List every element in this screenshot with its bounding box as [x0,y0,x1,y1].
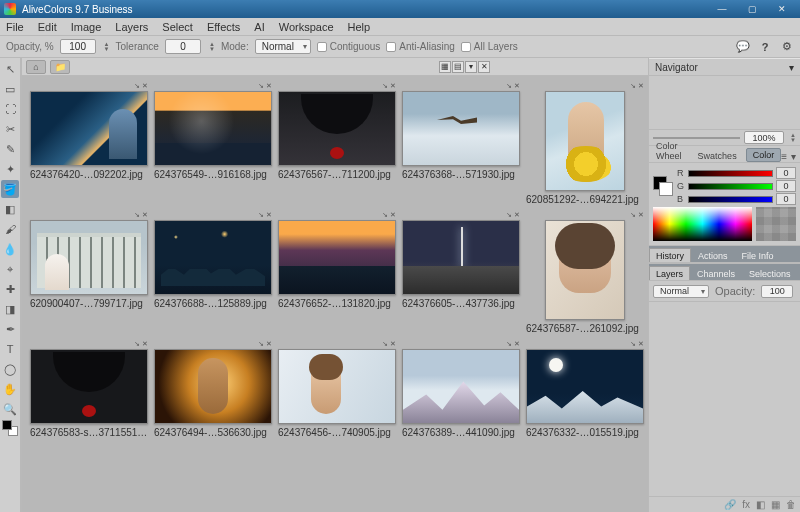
pin-icon[interactable]: ↘ [134,211,140,220]
pin-icon[interactable]: ↘ [258,340,264,349]
fx-icon[interactable]: fx [742,499,750,510]
tool-bucket[interactable]: 🪣 [1,180,19,198]
thumbnail-cell[interactable]: ↘✕624376389-…441090.jpg [402,340,520,438]
opacity-field[interactable]: 100 [60,39,96,54]
window-minimize-button[interactable]: — [708,2,736,16]
close-icon[interactable]: ✕ [142,82,148,91]
home-tab[interactable]: ⌂ [26,60,46,74]
tool-heal[interactable]: ✚ [1,280,19,298]
pin-icon[interactable]: ↘ [506,340,512,349]
thumbnail-cell[interactable]: ↘✕624376332-…015519.jpg [526,340,644,438]
close-icon[interactable]: ✕ [514,211,520,220]
red-value[interactable]: 0 [776,167,796,179]
thumbnail-image[interactable] [154,349,272,424]
tool-brush[interactable]: 🖌 [1,220,19,238]
thumbnail-cell[interactable]: ↘✕624376652-…131820.jpg [278,211,396,334]
thumbnail-image[interactable] [402,91,520,166]
tab-menu[interactable]: ▾ [465,61,477,73]
tab-color-wheel[interactable]: Color Wheel [649,138,691,162]
blend-mode-combo[interactable]: Normal [653,285,709,298]
thumbnail-cell[interactable]: ↘✕624376420-…092202.jpg [30,82,148,205]
tool-text[interactable]: T [1,340,19,358]
opacity-down[interactable]: ▼ [104,47,110,52]
antialias-check[interactable]: Anti-Aliasing [386,41,455,52]
help-icon[interactable]: ? [758,40,772,54]
green-slider[interactable] [688,183,773,190]
panel-menu-icon[interactable]: ≡ [781,151,787,162]
close-icon[interactable]: ✕ [390,340,396,349]
close-icon[interactable]: ✕ [638,340,644,349]
menu-file[interactable]: File [6,21,24,33]
color-swatches[interactable] [653,176,673,196]
chevron-down-icon[interactable]: ▾ [791,151,796,162]
all-layers-check[interactable]: All Layers [461,41,518,52]
menu-ai[interactable]: AI [254,21,264,33]
pin-icon[interactable]: ↘ [506,211,512,220]
menu-workspace[interactable]: Workspace [279,21,334,33]
browser-tab[interactable]: 📁 [50,60,70,74]
close-icon[interactable]: ✕ [638,211,644,220]
tool-move[interactable]: ↖ [1,60,19,78]
thumbnail-image[interactable] [154,220,272,295]
mode-combo[interactable]: Normal [255,39,311,54]
pin-icon[interactable]: ↘ [258,82,264,91]
thumbnail-image[interactable] [545,91,625,191]
pin-icon[interactable]: ↘ [506,82,512,91]
tool-pen[interactable]: ✒ [1,320,19,338]
tab-actions[interactable]: Actions [691,248,735,262]
menu-effects[interactable]: Effects [207,21,240,33]
pin-icon[interactable]: ↘ [630,82,636,91]
blue-value[interactable]: 0 [776,193,796,205]
thumbnail-image[interactable] [30,349,148,424]
thumbnail-image[interactable] [30,91,148,166]
red-slider[interactable] [688,170,773,177]
tool-crop[interactable]: ✂ [1,120,19,138]
window-close-button[interactable]: ✕ [768,2,796,16]
close-icon[interactable]: ✕ [142,340,148,349]
layer-opacity-field[interactable]: 100 [761,285,793,298]
tolerance-down[interactable]: ▼ [209,47,215,52]
notifications-icon[interactable]: 💬 [736,40,750,54]
navigator-body[interactable] [649,76,800,130]
swatch-grid[interactable] [756,207,796,241]
tab-history[interactable]: History [649,248,691,262]
fg-bg-swatches[interactable] [2,420,18,436]
close-icon[interactable]: ✕ [142,211,148,220]
thumbnail-cell[interactable]: ↘✕624376494-…536630.jpg [154,340,272,438]
color-spectrum[interactable] [653,207,752,241]
tab-close[interactable]: ✕ [478,61,490,73]
trash-icon[interactable]: 🗑 [786,499,796,510]
close-icon[interactable]: ✕ [390,211,396,220]
thumbnail-cell[interactable]: ↘✕624376368-…571930.jpg [402,82,520,205]
menu-layers[interactable]: Layers [115,21,148,33]
thumbnail-image[interactable] [402,349,520,424]
menu-edit[interactable]: Edit [38,21,57,33]
gallery[interactable]: ↘✕624376420-…092202.jpg↘✕624376549-…9161… [22,76,648,512]
thumbnail-image[interactable] [154,91,272,166]
menu-select[interactable]: Select [162,21,193,33]
link-layers-icon[interactable]: 🔗 [724,499,736,510]
close-icon[interactable]: ✕ [514,340,520,349]
tool-gradient[interactable]: ◧ [1,200,19,218]
view-grid-large[interactable]: ▦ [439,61,451,73]
thumbnail-image[interactable] [278,91,396,166]
blue-slider[interactable] [688,196,773,203]
pin-icon[interactable]: ↘ [134,340,140,349]
mask-icon[interactable]: ◧ [756,499,765,510]
pin-icon[interactable]: ↘ [382,211,388,220]
pin-icon[interactable]: ↘ [630,211,636,220]
tool-zoom[interactable]: 🔍 [1,400,19,418]
tool-eyedropper[interactable]: ✎ [1,140,19,158]
thumbnail-image[interactable] [545,220,625,320]
thumbnail-image[interactable] [278,349,396,424]
pin-icon[interactable]: ↘ [382,340,388,349]
layers-list[interactable] [649,302,800,496]
thumbnail-cell[interactable]: ↘✕624376605-…437736.jpg [402,211,520,334]
close-icon[interactable]: ✕ [638,82,644,91]
thumbnail-cell[interactable]: ↘✕624376567-…711200.jpg [278,82,396,205]
contiguous-check[interactable]: Contiguous [317,41,381,52]
tolerance-field[interactable]: 0 [165,39,201,54]
thumbnail-cell[interactable]: ↘✕624376549-…916168.jpg [154,82,272,205]
thumbnail-cell[interactable]: ↘✕624376587-…261092.jpg [526,211,644,334]
pin-icon[interactable]: ↘ [258,211,264,220]
